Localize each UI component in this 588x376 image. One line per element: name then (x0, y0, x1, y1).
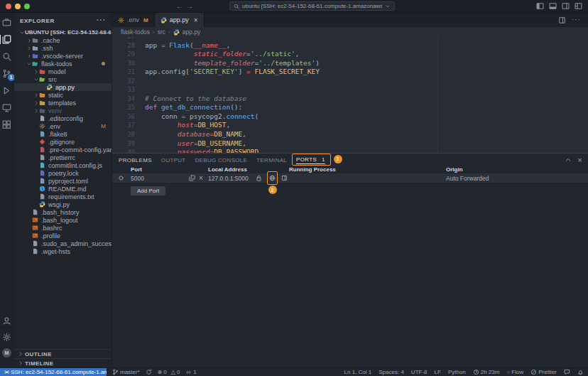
file-icon (39, 115, 45, 122)
customize-layout-icon[interactable] (575, 2, 582, 10)
file-icon (39, 131, 45, 137)
cursor-position[interactable]: Ln 1, Col 1 (344, 369, 372, 375)
port-row[interactable]: 5000 × 127.0.0.1:5000 2 Auto Forwarded (112, 173, 588, 183)
indentation-indicator[interactable]: Spaces: 4 (379, 369, 404, 375)
prettier-indicator[interactable]: Prettier (530, 369, 557, 375)
panel-tab-output[interactable]: OUTPUT (161, 157, 186, 163)
close-tab-icon[interactable]: × (194, 16, 198, 24)
explorer-icon[interactable] (0, 34, 14, 45)
tree-item--profile[interactable]: .profile (14, 232, 111, 240)
panel-tab-problems[interactable]: PROBLEMS (119, 157, 152, 163)
code-text: app.config['SECRET_KEY'] = FLASK_SECRET_… (145, 68, 320, 77)
run-debug-icon[interactable] (0, 85, 14, 96)
sync-changes-button[interactable] (146, 369, 152, 375)
add-port-button[interactable]: Add Port (131, 186, 165, 195)
forwarded-ports-indicator[interactable]: 1 (185, 369, 196, 375)
accounts-icon[interactable] (0, 316, 14, 326)
tree-item--flake8[interactable]: .flake8 (14, 130, 111, 138)
eol-indicator[interactable]: LF (435, 369, 441, 375)
tree-item-model[interactable]: model (14, 68, 111, 75)
minimize-window-button[interactable] (15, 4, 21, 9)
notifications-bell-icon[interactable] (577, 369, 584, 375)
tree-item-venv[interactable]: venv (14, 107, 111, 114)
tree-item--bash-logout[interactable]: .bash_logout (14, 216, 111, 224)
line-number: 29 (112, 50, 145, 59)
feedback-icon[interactable] (564, 369, 570, 375)
tree-item-static[interactable]: static (14, 91, 111, 99)
timeline-section[interactable]: TIMELINE (14, 358, 111, 367)
remote-indicator[interactable]: >< SSH: ec2-54-152-68-61.compute-1.amazo… (0, 368, 107, 376)
remote-explorer-icon[interactable] (0, 102, 14, 113)
tree-item-templates[interactable]: templates (14, 99, 111, 107)
remote-window-icon[interactable] (0, 17, 14, 28)
navigate-forward-icon[interactable]: → (186, 2, 193, 11)
copy-address-icon[interactable] (189, 173, 195, 183)
tree-item-readme-md[interactable]: README.md (14, 185, 111, 193)
encoding-indicator[interactable]: UTF-8 (411, 369, 428, 375)
toggle-panel-icon[interactable] (549, 2, 557, 10)
tree-item-wsgi-py[interactable]: wsgi.py (14, 200, 111, 208)
local-address[interactable]: 127.0.0.1:5000 (208, 173, 249, 183)
tab-env[interactable]: .env M (112, 13, 155, 27)
panel-tab-terminal[interactable]: TERMINAL (256, 157, 287, 163)
settings-gear-icon[interactable] (0, 332, 14, 343)
tree-item--bash-history[interactable]: .bash_history (14, 208, 111, 216)
tree-item--env[interactable]: .envM (14, 122, 111, 130)
modified-badge: M (143, 17, 148, 23)
panel-tab-ports[interactable]: PORTS 1 1 (296, 156, 325, 164)
tab-app-py[interactable]: app.py × (155, 13, 205, 27)
tree-item--cache[interactable]: .cache (14, 36, 111, 44)
editor-more-actions-icon[interactable]: ··· (572, 18, 581, 21)
tree-item-ubuntu-ssh-ec2-54-152-68-61-compu-[interactable]: UBUNTU [SSH: EC2-54-152-68-61.COMPU... (14, 28, 111, 36)
split-editor-icon[interactable] (558, 16, 566, 24)
stop-forwarding-icon[interactable]: × (199, 173, 203, 183)
tree-item-src[interactable]: src (14, 75, 111, 83)
tree-item-requirements-txt[interactable]: requirements.txt (14, 193, 111, 200)
problems-indicator[interactable]: ⊗ 0 △ 0 (158, 369, 180, 375)
navigate-back-icon[interactable]: ← (176, 2, 183, 11)
outline-section[interactable]: OUTLINE (14, 349, 111, 358)
explorer-more-actions-icon[interactable]: ··· (97, 18, 106, 23)
extensions-icon[interactable] (0, 119, 14, 130)
preview-in-editor-icon[interactable] (281, 173, 288, 183)
status-bar: >< SSH: ec2-54-152-68-61.compute-1.amazo… (0, 367, 588, 376)
tree-item-flask-todos[interactable]: flask-todos (14, 60, 111, 68)
language-mode[interactable]: Python (448, 369, 466, 375)
zoom-window-button[interactable] (24, 4, 30, 9)
toggle-sidebar-icon[interactable] (536, 2, 544, 10)
tree-item--ssh[interactable]: .ssh (14, 44, 111, 52)
tree-item--editorconfig[interactable]: .editorconfig (14, 114, 111, 122)
breadcrumb-separator: › (168, 29, 170, 36)
toggle-secondary-sidebar-icon[interactable] (562, 2, 570, 10)
breadcrumb-folder[interactable]: flask-todos (121, 28, 150, 36)
tree-item--sudo-as-admin-successful[interactable]: .sudo_as_admin_successful (14, 240, 111, 247)
branch-indicator[interactable]: master* (112, 369, 140, 375)
avatar[interactable]: M (2, 348, 11, 358)
breadcrumb-folder[interactable]: src (158, 28, 165, 36)
column-port: Port (131, 166, 142, 173)
tree-item-commitlint-config-js[interactable]: commitlint.config.js (14, 161, 111, 169)
line-number: 38 (112, 130, 145, 139)
tree-item--wget-hsts[interactable]: .wget-hsts (14, 247, 111, 255)
maximize-panel-icon[interactable] (565, 156, 572, 163)
panel-tab-debug-console[interactable]: DEBUG CONSOLE (195, 157, 248, 163)
source-control-icon[interactable]: 1 (0, 68, 14, 79)
flow-indicator[interactable]: ○ Flow (506, 369, 523, 375)
tree-item--vscode-server[interactable]: .vscode-server (14, 52, 111, 60)
tree-item--bashrc[interactable]: .bashrc (14, 224, 111, 232)
tree-item-pyproject-toml[interactable]: pyproject.toml (14, 177, 111, 185)
close-panel-icon[interactable]: × (577, 156, 582, 163)
port-visibility-lock-icon[interactable] (256, 173, 262, 183)
time-tracker[interactable]: 2h 23m (473, 369, 500, 375)
tree-item--prettierrc[interactable]: .prettierrc (14, 154, 111, 161)
command-center[interactable]: ubuntu [SSH: ec2-54-152-68-61.compute-1.… (229, 1, 395, 11)
open-in-browser-icon[interactable]: 2 (269, 173, 276, 183)
code-editor[interactable]: 2728app = Flask(__name__,29 static_folde… (112, 37, 588, 153)
tree-item--pre-commit-config-yaml[interactable]: .pre-commit-config.yaml (14, 146, 111, 154)
close-window-button[interactable] (6, 4, 11, 9)
tree-item-poetry-lock[interactable]: poetry.lock (14, 169, 111, 177)
tree-item-app-py[interactable]: app.py (14, 83, 111, 91)
tree-item--gitignore[interactable]: .gitignore (14, 138, 111, 146)
breadcrumb-file[interactable]: app.py (183, 28, 201, 36)
search-view-icon[interactable] (0, 51, 14, 62)
